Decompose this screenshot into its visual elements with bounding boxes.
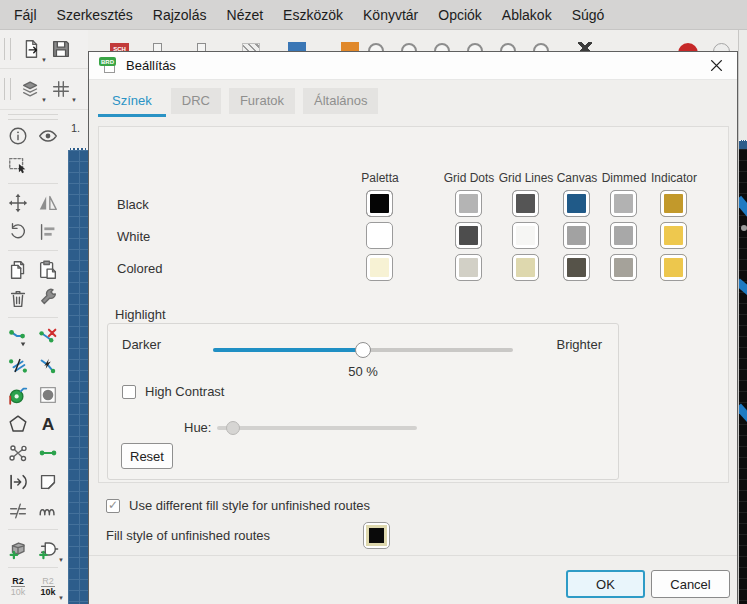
cancel-button[interactable]: Cancel <box>651 570 730 598</box>
menu-item-fjl[interactable]: Fájl <box>4 0 47 30</box>
net-tie-button[interactable] <box>3 497 33 525</box>
align-button[interactable] <box>33 218 63 246</box>
reset-button[interactable]: Reset <box>121 443 173 469</box>
color-swatch-colored-3[interactable] <box>563 254 590 281</box>
color-swatch-white-5[interactable] <box>660 222 687 249</box>
import-icon <box>20 38 42 60</box>
tab-altalanos[interactable]: Általános <box>303 88 378 114</box>
column-header: Dimmed <box>602 171 647 185</box>
color-swatch-white-3[interactable] <box>563 222 590 249</box>
delete-button[interactable] <box>3 285 33 313</box>
autoroute-button[interactable] <box>3 468 33 496</box>
color-swatch-white-0[interactable] <box>366 222 393 249</box>
column-header: Indicator <box>651 171 697 185</box>
info-icon <box>7 125 29 147</box>
properties-button[interactable] <box>33 285 63 313</box>
color-swatch-black-2[interactable] <box>512 190 539 217</box>
delete-route-icon <box>37 326 59 348</box>
menu-item-opcik[interactable]: Opciók <box>428 0 492 30</box>
cutout-button[interactable] <box>33 468 63 496</box>
menu-item-rajzols[interactable]: Rajzolás <box>143 0 217 30</box>
tab-drc[interactable]: DRC <box>171 88 221 114</box>
route-button[interactable] <box>3 323 33 351</box>
import-button[interactable]: ▼ <box>16 35 46 63</box>
use-fill-style-checkbox[interactable] <box>106 499 120 513</box>
net-button[interactable] <box>3 439 33 467</box>
palette-separator <box>8 567 58 568</box>
hue-slider-thumb[interactable] <box>226 421 240 435</box>
menu-bar: FájlSzerkesztésRajzolásNézetEszközökKöny… <box>0 0 747 30</box>
grid-button[interactable]: ▼ <box>46 75 76 103</box>
toolbar-drag-handle[interactable] <box>4 78 11 100</box>
menu-item-nzet[interactable]: Nézet <box>217 0 274 30</box>
ripup-route-button[interactable] <box>33 352 63 380</box>
menu-item-ablakok[interactable]: Ablakok <box>492 0 562 30</box>
cutout-icon <box>37 471 59 493</box>
paste-icon <box>37 259 59 281</box>
wire-button[interactable] <box>33 439 63 467</box>
canvas-area-right <box>738 30 747 604</box>
layers-button[interactable]: ▼ <box>16 75 46 103</box>
pcb-canvas-dark[interactable] <box>739 149 747 604</box>
info-button[interactable] <box>3 122 33 150</box>
refdes-style-b-button[interactable]: R210k ▼ <box>33 573 63 601</box>
optimize-route-icon <box>7 355 29 377</box>
paste-button[interactable] <box>33 256 63 284</box>
menu-item-szerkeszts[interactable]: Szerkesztés <box>47 0 143 30</box>
tab-furatok[interactable]: Furatok <box>229 88 295 114</box>
mirror-button[interactable] <box>33 189 63 217</box>
visibility-button[interactable] <box>33 122 63 150</box>
tab-szinek[interactable]: Színek <box>101 88 163 114</box>
move-button[interactable] <box>3 189 33 217</box>
fill-style-swatch[interactable] <box>363 522 390 549</box>
trash-icon <box>7 288 29 310</box>
color-swatch-black-4[interactable] <box>610 190 637 217</box>
toolbar-drag-handle[interactable] <box>4 38 11 60</box>
brd-badge: BRD <box>99 57 116 66</box>
via-button[interactable] <box>3 381 33 409</box>
ok-button[interactable]: OK <box>566 570 645 598</box>
color-swatch-colored-0[interactable] <box>366 254 393 281</box>
save-button[interactable] <box>46 35 76 63</box>
color-swatch-black-0[interactable] <box>366 190 393 217</box>
mirror-icon <box>37 192 59 214</box>
pcb-canvas[interactable] <box>68 148 88 604</box>
pad-icon <box>37 384 59 406</box>
selection-icon <box>7 154 29 176</box>
color-swatch-white-1[interactable] <box>455 222 482 249</box>
refdes-style-a-button[interactable]: R210k <box>3 573 33 601</box>
color-swatch-colored-1[interactable] <box>455 254 482 281</box>
dialog-titlebar[interactable]: BRD Beállítás <box>89 52 737 80</box>
add-component-button[interactable] <box>3 535 33 563</box>
copy-button[interactable] <box>3 256 33 284</box>
color-swatch-black-3[interactable] <box>563 190 590 217</box>
menu-item-knyvtr[interactable]: Könyvtár <box>353 0 428 30</box>
ripup-route-icon <box>37 355 59 377</box>
delete-route-button[interactable] <box>33 323 63 351</box>
color-swatch-black-1[interactable] <box>455 190 482 217</box>
add-gate-icon <box>37 538 59 560</box>
color-swatch-black-5[interactable] <box>660 190 687 217</box>
brightness-slider[interactable] <box>213 348 513 352</box>
pad-button[interactable] <box>33 381 63 409</box>
add-gate-button[interactable]: ▼ <box>33 535 63 563</box>
optimize-route-button[interactable] <box>3 352 33 380</box>
close-icon[interactable] <box>705 55 727 77</box>
color-swatch-white-4[interactable] <box>610 222 637 249</box>
color-swatch-white-2[interactable] <box>512 222 539 249</box>
polygon-button[interactable] <box>3 410 33 438</box>
hue-slider[interactable] <box>217 426 417 430</box>
color-swatch-colored-5[interactable] <box>660 254 687 281</box>
color-swatch-colored-4[interactable] <box>610 254 637 281</box>
select-button[interactable] <box>3 151 33 179</box>
text-button[interactable]: A <box>33 410 63 438</box>
brightness-slider-thumb[interactable] <box>355 342 371 358</box>
high-contrast-checkbox[interactable] <box>122 385 136 399</box>
menu-item-sg[interactable]: Súgó <box>562 0 615 30</box>
menu-item-eszkzk[interactable]: Eszközök <box>273 0 353 30</box>
rotate-button[interactable] <box>3 218 33 246</box>
color-swatch-colored-2[interactable] <box>512 254 539 281</box>
use-fill-style-row: Use different fill style for unfinished … <box>106 498 370 513</box>
meander-button[interactable] <box>33 497 63 525</box>
palette-separator <box>8 183 58 184</box>
